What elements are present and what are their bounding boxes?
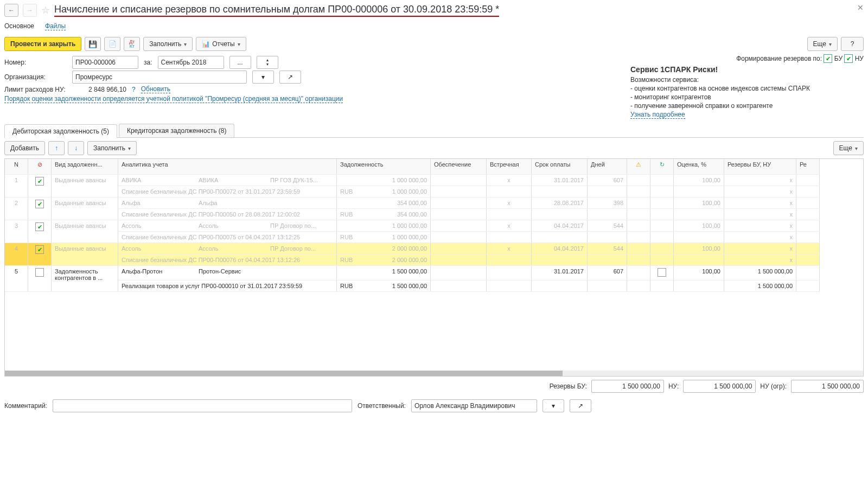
nav-back-button[interactable]: ← [4, 4, 18, 17]
spark-more-link[interactable]: Узнать подробнее [630, 111, 685, 119]
policy-link[interactable]: Порядок оценки задолженности определяетс… [4, 95, 343, 103]
comment-label: Комментарий: [4, 402, 47, 410]
table-row-sub[interactable]: Списание безналичных ДС ПР00-П00076 от 0… [5, 254, 820, 266]
skip-icon: ⊘ [37, 161, 42, 168]
tab-files[interactable]: Файлы [45, 22, 66, 30]
limit-help[interactable]: ? [132, 86, 136, 93]
org-dropdown-button[interactable]: ▾ [252, 71, 274, 84]
col-pct[interactable]: Оценка, % [674, 159, 724, 175]
table-row-sub[interactable]: Списание безналичных ДС ПР00-П00050 от 2… [5, 209, 820, 220]
help-button[interactable]: ? [841, 37, 864, 51]
spark-title: Сервис 1СПАРК Риски! [630, 65, 864, 74]
table-row[interactable]: 3✔Выданные авансыАссольАссольПР Договор … [5, 220, 820, 232]
period-stepper[interactable]: ▴▾ [257, 56, 278, 69]
close-button[interactable]: ✕ [857, 3, 864, 12]
move-up-button[interactable]: ↑ [48, 141, 65, 155]
debt-table[interactable]: N ⊘ Вид задолженн... Аналитика учета Зад… [4, 158, 864, 377]
total-nu-lim-label: НУ (огр): [760, 383, 787, 390]
total-bu: 1 500 000,00 [591, 380, 664, 393]
col-type[interactable]: Вид задолженн... [52, 159, 118, 175]
col-secure[interactable]: Обеспечение [431, 159, 487, 175]
resp-dropdown-button[interactable]: ▾ [542, 399, 564, 412]
comment-input[interactable] [53, 399, 352, 412]
org-input[interactable]: Промресурс [72, 71, 247, 84]
refresh-icon: ↻ [660, 161, 665, 168]
chk-nu[interactable]: ✔ [844, 54, 853, 63]
dtkt-icon: ДтКт [129, 40, 135, 48]
add-row-button[interactable]: Добавить [4, 141, 45, 155]
total-bu-label: Резервы БУ: [550, 383, 587, 390]
table-row-sub[interactable]: Списание безналичных ДС ПР00-П00072 от 3… [5, 186, 820, 197]
total-nu: 1 500 000,00 [683, 380, 756, 393]
more-button[interactable]: Еще [807, 37, 838, 51]
chk-bu[interactable]: ✔ [824, 54, 832, 63]
table-row-sub[interactable]: Списание безналичных ДС ПР00-П00075 от 0… [5, 232, 820, 243]
col-debt[interactable]: Задолженность [337, 159, 431, 175]
move-down-button[interactable]: ↓ [68, 141, 84, 155]
row-skip-checkbox[interactable]: ✔ [35, 222, 44, 231]
period-pick-button[interactable]: ... [229, 56, 251, 69]
table-row[interactable]: 2✔Выданные авансыАльфаАльфа354 000,00x28… [5, 197, 820, 209]
col-n[interactable]: N [5, 159, 28, 175]
warning-icon: ⚠ [636, 161, 641, 168]
col-skip[interactable]: ⊘ [28, 159, 52, 175]
col-warn[interactable]: ⚠ [627, 159, 650, 175]
table-row[interactable]: 1✔Выданные авансыАВИКААВИКАПР ГОЗ ДУК-15… [5, 175, 820, 186]
tab-credit[interactable]: Кредиторская задолженность (8) [119, 124, 234, 137]
row-skip-checkbox[interactable]: ✔ [35, 177, 44, 186]
resp-open-button[interactable]: ↗ [570, 399, 591, 412]
dtkt-button[interactable]: ДтКт [124, 37, 140, 51]
list-fill-button[interactable]: Заполнить [87, 141, 137, 155]
post-button[interactable]: 📄 [104, 37, 120, 51]
row-skip-checkbox[interactable]: ✔ [35, 245, 44, 254]
favorite-star-icon[interactable]: ☆ [41, 4, 50, 16]
row-refresh-checkbox[interactable] [658, 268, 666, 277]
document-title: Начисление и списание резервов по сомнит… [54, 4, 499, 17]
report-icon: 📊 [202, 40, 210, 48]
col-analytics[interactable]: Аналитика учета [118, 159, 337, 175]
col-reserve[interactable]: Резервы БУ, НУ [724, 159, 796, 175]
h-scrollbar[interactable] [5, 371, 863, 376]
update-link[interactable]: Обновить [141, 85, 170, 93]
resp-input[interactable]: Орлов Александр Владимирович [411, 399, 537, 412]
table-row-sub[interactable]: Реализация товаров и услуг ПР00-000010 о… [5, 281, 820, 292]
list-more-button[interactable]: Еще [833, 141, 864, 155]
total-nu-lim: 1 500 000,00 [791, 380, 864, 393]
number-input[interactable]: ПР00-000006 [72, 56, 138, 69]
period-label: за: [144, 59, 152, 66]
col-due[interactable]: Срок оплаты [532, 159, 588, 175]
reserves-label: Формирование резервов по: [736, 55, 822, 62]
resp-label: Ответственный: [358, 402, 406, 410]
table-row[interactable]: 5Задолженность контрагентов в ...Альфа-П… [5, 266, 820, 281]
col-counter[interactable]: Встречная [487, 159, 532, 175]
reports-button[interactable]: 📊Отчеты [196, 37, 246, 51]
row-skip-checkbox[interactable] [35, 268, 44, 277]
spark-sub: Возможности сервиса: [630, 76, 864, 84]
post-icon: 📄 [108, 40, 117, 48]
col-extra[interactable]: Ре [796, 159, 820, 175]
table-row[interactable]: 4✔Выданные авансыАссольАссольПР Договор … [5, 243, 820, 254]
total-nu-label: НУ: [668, 383, 679, 390]
fill-button[interactable]: Заполнить [143, 37, 193, 51]
org-open-button[interactable]: ↗ [279, 71, 301, 84]
tab-main[interactable]: Основное [4, 22, 34, 30]
number-label: Номер: [4, 59, 67, 66]
tab-debit[interactable]: Дебиторская задолженность (5) [4, 124, 117, 138]
save-button[interactable]: 💾 [85, 37, 101, 51]
limit-value: 2 848 966,10 [72, 86, 126, 93]
period-input[interactable]: Сентябрь 2018 [158, 56, 224, 69]
col-days[interactable]: Дней [588, 159, 627, 175]
nav-forward-button[interactable]: → [23, 4, 37, 17]
limit-label: Лимит расходов НУ: [4, 86, 67, 93]
row-skip-checkbox[interactable]: ✔ [35, 200, 44, 208]
post-and-close-button[interactable]: Провести и закрыть [4, 37, 81, 51]
save-icon: 💾 [88, 40, 97, 48]
col-refresh[interactable]: ↻ [650, 159, 674, 175]
org-label: Организация: [4, 73, 67, 81]
